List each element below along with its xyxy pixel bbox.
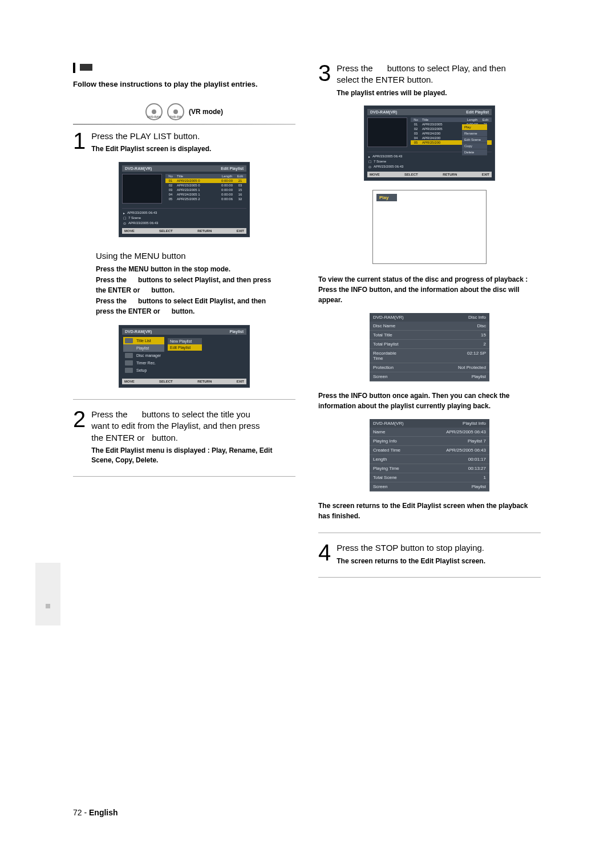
divider (73, 399, 295, 400)
step-2: 2 Press the buttons to select the title … (73, 409, 295, 465)
left-column: Follow these instructions to play the pl… (73, 63, 295, 587)
step-4: 4 Press the STOP button to stop playing.… (318, 542, 541, 566)
intro-text: Follow these instructions to play the pl… (73, 80, 295, 88)
dvd-ram-icon: DVD-RAM (145, 103, 163, 120)
step-sub: The playlist entries will be played. (337, 88, 506, 98)
step-text: Press the STOP button to stop playing. (337, 542, 485, 554)
step-number: 3 (318, 63, 331, 83)
section-marker (73, 63, 295, 73)
step-1: 1 Press the PLAY LIST button. The Edit P… (73, 131, 295, 388)
gray-rect-icon (80, 64, 92, 71)
info-paragraph-2: Press the INFO button once again. Then y… (318, 391, 541, 411)
step-text: Press the buttons to select the title yo… (91, 409, 295, 444)
vr-mode-label: (VR mode) (189, 108, 223, 116)
divider (73, 124, 295, 125)
screen-title-left: DVD-RAM(VR) (125, 166, 152, 170)
step-sub: The Edit Playlist menu is displayed : Pl… (91, 446, 295, 465)
disc-manager-icon (125, 353, 133, 358)
edit-playlist-screenshot-1: DVD-RAM(VR) Edit Playlist No Title Lengt… (119, 162, 250, 237)
timer-rec-icon (125, 360, 133, 365)
black-bar-icon (73, 63, 75, 73)
thumbnail (122, 174, 162, 204)
menu-screenshot: DVD-RAM(VR) Playlist Title List Playlist… (119, 325, 250, 388)
playlist-info-box: DVD-RAM(VR)Playlist Info NameAPR/25/2005… (370, 419, 489, 491)
sidebar-square (46, 604, 50, 608)
step-number: 2 (73, 409, 86, 429)
screen-title-right: Edit Playlist (221, 166, 244, 170)
playlist-icon (125, 346, 133, 351)
play-frame: Play (372, 190, 487, 264)
list-row: 01APR/23/2005 00:00:0021 (165, 178, 246, 183)
divider (318, 577, 541, 578)
title-list-icon (125, 338, 133, 343)
using-menu-heading: Using the MENU button (96, 251, 295, 261)
sidebar-tab (35, 563, 60, 625)
divider (73, 476, 295, 477)
page-footer: 72 - English (73, 808, 118, 817)
disc-info-box: DVD-RAM(VR)Disc Info Disc NameDisc Total… (370, 313, 489, 381)
action-popup: Play Rename Edit Scene Copy Delete (462, 124, 487, 156)
setup-icon (125, 368, 133, 373)
play-label: Play (376, 194, 397, 201)
divider (318, 533, 541, 533)
using-menu-sub: Press the MENU button in the stop mode. … (96, 264, 295, 317)
list-row: 04APR/24/2005 10:00:0016 (165, 192, 246, 197)
step-sub: The screen returns to the Edit Playlist … (337, 556, 485, 566)
thumbnail (367, 117, 407, 147)
step-sub: The Edit Playlist screen is displayed. (91, 144, 211, 154)
step-number: 4 (318, 542, 331, 563)
disc-row: DVD-RAM DVD-RW (VR mode) (73, 103, 295, 120)
step-number: 1 (73, 131, 86, 151)
edit-playlist-screenshot-2: DVD-RAM(VR) Edit Playlist No Title Lengt… (364, 105, 495, 181)
info-paragraph-1: To view the current status of the disc a… (318, 274, 541, 305)
list-row: 05APR/25/2005 20:00:0632 (165, 197, 246, 201)
step-text: Press the PLAY LIST button. (91, 131, 211, 142)
right-column: 3 Press the buttons to select Play, and … (318, 63, 541, 587)
step-3: 3 Press the buttons to select Play, and … (318, 63, 541, 521)
list-row: 02APR/23/2005 00:00:0003 (165, 183, 246, 188)
info-paragraph-3: The screen returns to the Edit Playlist … (318, 501, 541, 521)
dvd-rw-icon: DVD-RW (167, 103, 184, 120)
step-text: Press the buttons to select Play, and th… (337, 63, 506, 86)
list-row: 03APR/23/2005 10:00:0015 (165, 188, 246, 192)
